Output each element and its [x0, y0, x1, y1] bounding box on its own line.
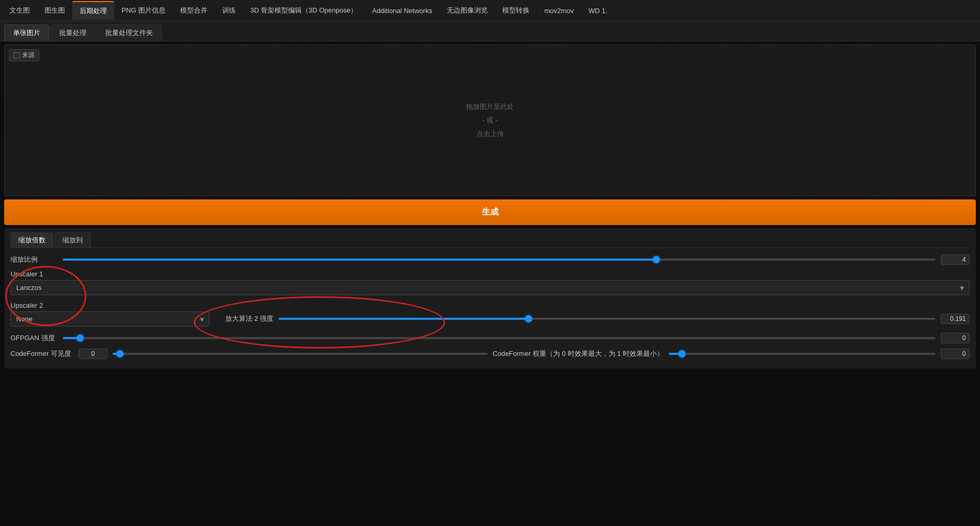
- codeformer-visibility-label: CodeFormer 可见度: [10, 349, 73, 359]
- codeformer-visibility-slider[interactable]: [113, 353, 488, 355]
- gfpgan-row: GFPGAN 强度 0: [10, 333, 970, 343]
- scale-tab-factor[interactable]: 缩放倍数: [10, 232, 53, 248]
- upscaler2-row: Upscaler 2 None Lanczos Nearest ESRGAN_4…: [10, 301, 970, 327]
- nav-tab-wensh[interactable]: 文生图: [2, 2, 37, 19]
- scale-ratio-label: 缩放比例: [10, 255, 58, 264]
- nav-tab-xunlian[interactable]: 训练: [215, 2, 243, 19]
- upscaler1-select-wrap[interactable]: None Lanczos Nearest ESRGAN_4x ▼: [10, 280, 970, 295]
- scale-ratio-slider[interactable]: [63, 259, 935, 261]
- upscaler2-strength-slider[interactable]: [279, 318, 935, 320]
- codeformer-weight-slider[interactable]: [669, 353, 935, 355]
- upscaler2-container: Upscaler 2 None Lanczos Nearest ESRGAN_4…: [10, 301, 970, 327]
- nav-tab-moxing[interactable]: 模型合并: [173, 2, 215, 19]
- upscaler2-select-wrap[interactable]: None Lanczos Nearest ESRGAN_4x ▼: [10, 311, 210, 327]
- scale-ratio-row: 缩放比例 4: [10, 254, 970, 265]
- or-text: - 或 -: [466, 114, 514, 127]
- gfpgan-value[interactable]: 0: [941, 333, 970, 343]
- codeformer-weight-label: CodeFormer 权重（为 0 时效果最大，为 1 时效果最小）: [493, 349, 664, 359]
- nav-tab-moxzhuan[interactable]: 模型转换: [495, 2, 537, 19]
- upscaler1-select[interactable]: None Lanczos Nearest ESRGAN_4x: [10, 280, 970, 295]
- scale-tabs: 缩放倍数 缩放到: [10, 232, 970, 248]
- nav-tab-houqi[interactable]: 后期处理: [72, 1, 114, 20]
- sub-tab-single[interactable]: 单张图片: [4, 25, 49, 41]
- upscaler2-strength-slider-container[interactable]: [279, 314, 935, 324]
- codeformer-row: CodeFormer 可见度 0 CodeFormer 权重（为 0 时效果最大…: [10, 349, 970, 359]
- upload-area[interactable]: 来源 拖放图片至此处 - 或 - 点击上传: [4, 44, 976, 196]
- scale-ratio-slider-container[interactable]: [63, 254, 935, 265]
- nav-tab-wubian[interactable]: 无边图像浏览: [439, 2, 495, 19]
- sub-tab-batchfolder[interactable]: 批量处理文件夹: [96, 25, 162, 41]
- source-tag[interactable]: 来源: [9, 49, 39, 61]
- codeformer-weight-slider-container[interactable]: [669, 349, 935, 359]
- upscaler2-strength-value[interactable]: 0.191: [941, 314, 970, 324]
- nav-tab-tush[interactable]: 图生图: [37, 2, 72, 19]
- source-label: 来源: [22, 51, 35, 60]
- upscaler2-select[interactable]: None Lanczos Nearest ESRGAN_4x: [10, 311, 210, 327]
- gfpgan-slider[interactable]: [63, 337, 935, 339]
- upload-placeholder: 拖放图片至此处 - 或 - 点击上传: [466, 100, 514, 141]
- nav-tab-wd1[interactable]: WD 1.: [581, 3, 615, 19]
- codeformer-visibility-value-box[interactable]: 0: [79, 349, 107, 359]
- scale-ratio-value[interactable]: 4: [941, 254, 970, 265]
- codeformer-visibility-slider-container[interactable]: [113, 349, 488, 359]
- scale-tab-to[interactable]: 缩放到: [54, 232, 91, 248]
- nav-tab-addnet[interactable]: Additional Networks: [365, 3, 439, 19]
- codeformer-weight-right: CodeFormer 权重（为 0 时效果最大，为 1 时效果最小） 0: [493, 349, 970, 359]
- gfpgan-slider-container[interactable]: [63, 333, 935, 343]
- upscaler2-label: Upscaler 2: [10, 301, 210, 309]
- upscaler1-label: Upscaler 1: [10, 270, 43, 278]
- click-text: 点击上传: [466, 127, 514, 141]
- nav-tab-3d[interactable]: 3D 骨架模型编辑（3D Openpose）: [243, 2, 365, 19]
- gfpgan-label: GFPGAN 强度: [10, 333, 58, 343]
- sub-tab-batch[interactable]: 批量处理: [50, 25, 95, 41]
- upscaler2-strength-label: 放大算法 2 强度: [225, 314, 273, 323]
- drag-text: 拖放图片至此处: [466, 100, 514, 114]
- sub-tabs: 单张图片 批量处理 批量处理文件夹: [0, 21, 980, 41]
- codeformer-weight-value[interactable]: 0: [941, 349, 970, 359]
- source-checkbox[interactable]: [14, 52, 20, 59]
- top-nav: 文生图 图生图 后期处理 PNG 图片信息 模型合并 训练 3D 骨架模型编辑（…: [0, 0, 980, 21]
- nav-tab-mov2mov[interactable]: mov2mov: [537, 3, 581, 19]
- nav-tab-png[interactable]: PNG 图片信息: [114, 2, 173, 19]
- codeformer-visibility-left: CodeFormer 可见度 0: [10, 349, 488, 359]
- upscaler1-container: Upscaler 1 None Lanczos Nearest ESRGAN_4…: [10, 270, 970, 295]
- generate-button[interactable]: 生成: [4, 199, 976, 225]
- settings-section: 缩放倍数 缩放到 缩放比例 4 Upscaler 1 None Lanczos …: [4, 228, 976, 368]
